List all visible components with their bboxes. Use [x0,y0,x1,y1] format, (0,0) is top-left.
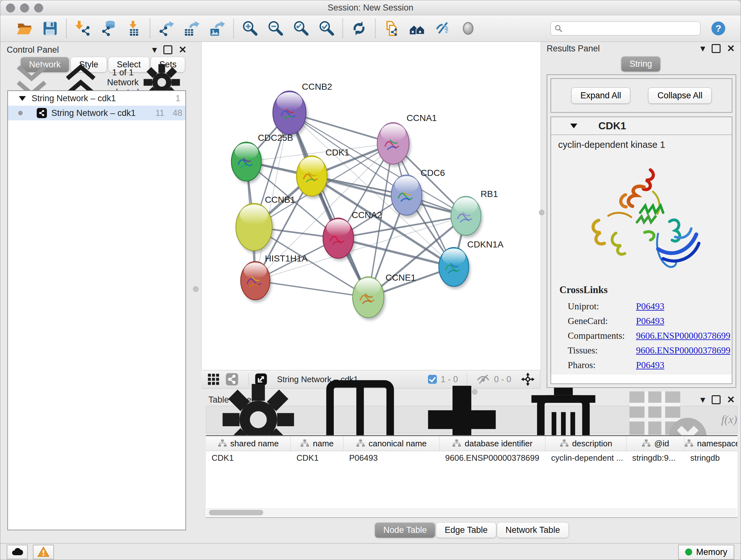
tab-edge-table[interactable]: Edge Table [436,523,496,538]
node-CDC25B[interactable]: CDC25B [231,133,293,184]
network-tree-root-row[interactable]: String Network – cdk1 1 [8,91,185,106]
zoom-in-icon[interactable] [241,19,259,37]
crosslink-row: Pharos:P06493 [559,358,732,372]
column-header-shared-name[interactable]: shared name [206,436,291,451]
table-cell: cyclin-dependent ... [545,453,626,463]
expanded-triangle-icon[interactable] [19,96,26,101]
help-button[interactable]: ? [710,20,727,37]
import-database-icon[interactable] [99,19,117,37]
crosslink-link[interactable]: 9606.ENSP00000378699 [636,345,731,356]
column-header--id[interactable]: @id [626,436,684,451]
column-type-icon [452,439,461,448]
warnings-button[interactable] [33,545,54,559]
column-header-canonical-name[interactable]: canonical name [343,436,440,451]
edge-CDK1-RB1[interactable] [312,176,466,216]
network-view-canvas[interactable]: CCNB2CCNA1CDC25BCDK1CDC6RB1CCNB1CCNA2CDK… [201,42,541,370]
crosslink-label: Tissues: [568,345,636,356]
table-row[interactable]: CDK1CDK1P064939606.ENSP00000378699cyclin… [206,451,738,464]
crosslink-link[interactable]: P06493 [636,301,664,312]
refresh-icon[interactable] [350,19,368,37]
crosslink-link[interactable]: P06493 [636,360,664,370]
node-CDC6[interactable]: CDC6 [391,168,445,218]
window-title: Session: New Session [0,3,741,13]
zoom-out-icon[interactable] [266,19,284,37]
export-network-icon[interactable] [157,19,175,37]
crosslink-label: Uniprot: [568,301,636,312]
main-toolbar: ? [0,15,741,42]
column-header-description[interactable]: description [545,436,626,451]
export-image-icon[interactable] [208,19,226,37]
panel-menu-icon[interactable]: ▼ [152,46,157,54]
memory-label: Memory [696,547,727,557]
open-session-icon[interactable] [16,19,33,37]
node-RB1[interactable]: RB1 [451,189,498,238]
export-table-icon[interactable] [183,19,201,37]
gene-description: cyclin-dependent kinase 1 [551,135,732,151]
float-panel-icon[interactable] [712,44,721,53]
table-cell: 9606.ENSP00000378699 [440,453,545,463]
inactive-orb-icon[interactable] [459,19,477,37]
node-label-CDC6: CDC6 [421,168,445,178]
expand-all-button[interactable]: Expand All [571,87,630,104]
network-tree-row[interactable]: String Network – cdk1 11 48 [8,106,185,120]
column-header-name[interactable]: name [291,436,343,451]
string-home-icon[interactable] [408,19,426,37]
table-header-row: shared namenamecanonical namedatabase id… [206,436,738,451]
column-header-namespace[interactable]: namespace [684,436,738,451]
network-name-label: String Network – cdk1 [51,108,146,118]
tab-string[interactable]: String [621,57,661,71]
crosslink-link[interactable]: P06493 [636,316,664,326]
left-splitter-handle[interactable] [193,287,199,292]
panel-menu-icon[interactable]: ▼ [700,45,705,52]
float-panel-icon[interactable] [163,45,172,54]
column-header-database-identifier[interactable]: database identifier [440,436,545,451]
search-input[interactable] [550,21,700,36]
node-CCNA1[interactable]: CCNA1 [377,113,437,167]
hide-glasses-icon[interactable] [434,19,452,37]
tab-node-table[interactable]: Node Table [375,523,435,538]
zoom-selected-icon[interactable] [318,19,335,37]
import-table-icon[interactable] [125,19,143,37]
horizontal-scrollbar[interactable] [206,509,737,516]
table-cell: CDK1 [206,453,291,463]
string-documents-icon[interactable] [383,19,401,37]
close-panel-icon[interactable]: ✕ [727,45,735,52]
gene-entry-header[interactable]: CDK1 [551,117,732,135]
edge-count: 48 [164,108,182,118]
memory-button[interactable]: Memory [678,545,734,560]
table-body: CDK1CDK1P064939606.ENSP00000378699cyclin… [206,451,738,464]
results-panel: Results Panel ▼ ✕ String Expand All Coll… [543,43,739,390]
network-collection-label: String Network – cdk1 [31,94,164,104]
crosslinks-list: Uniprot:P06493GeneCard:P06493Compartment… [559,299,732,372]
table-cell: P06493 [343,453,440,463]
table-toolbar: f(x) [206,406,738,433]
node-label-CDK1: CDK1 [326,147,349,158]
edge-HIST1H1A-CCNE1[interactable] [255,281,368,297]
table-cell: CDK1 [291,453,343,463]
crosslink-link[interactable]: 9606.ENSP00000378699 [636,330,731,341]
close-panel-icon[interactable]: ✕ [179,46,187,53]
edge-CCNA2-CDKN1A[interactable] [338,238,454,267]
float-panel-icon[interactable] [712,395,721,404]
collapse-all-button[interactable]: Collapse All [648,87,712,104]
node-CCNB2[interactable]: CCNB2 [273,82,332,137]
zoom-fit-icon[interactable] [292,19,310,37]
close-panel-icon[interactable]: ✕ [727,396,735,403]
node-table: shared namenamecanonical namedatabase id… [206,435,738,518]
node-label-CCNA1: CCNA1 [407,113,437,123]
tab-network-table[interactable]: Network Table [497,523,568,538]
search-icon [554,24,562,33]
node-CDKN1A[interactable]: CDKN1A [439,240,503,289]
scrollbar-thumb[interactable] [209,510,263,515]
cloud-status-button[interactable] [7,545,28,559]
node-label-HIST1H1A: HIST1H1A [265,253,308,263]
node-HIST1H1A[interactable]: HIST1H1A [241,253,308,302]
node-CCNE1[interactable]: CCNE1 [353,273,416,320]
node-count: 11 [146,108,164,118]
import-network-icon[interactable] [74,19,91,37]
gene-entry-panel: CDK1 cyclin-dependent kinase 1 [550,117,732,384]
control-panel: Control Panel ▼ ✕ NetworkStyleSelectSets… [3,44,191,532]
node-label-CCNE1: CCNE1 [386,273,416,283]
save-session-icon[interactable] [41,19,59,37]
expanded-triangle-icon[interactable] [570,124,577,128]
